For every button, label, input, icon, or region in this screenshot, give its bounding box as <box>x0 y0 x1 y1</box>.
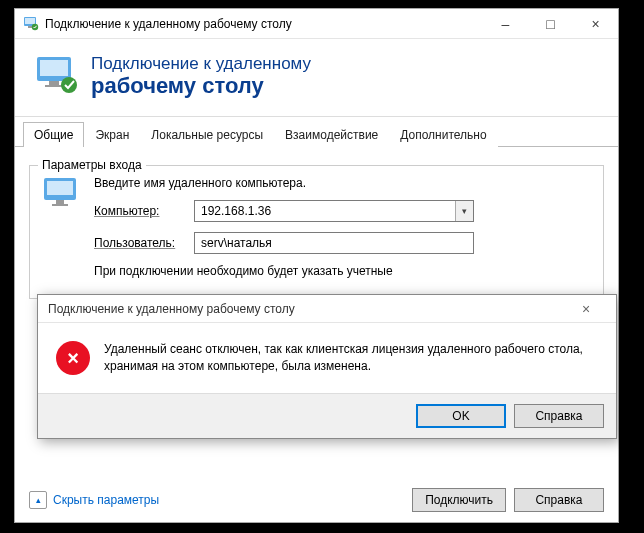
hide-options-toggle[interactable]: ▴ Скрыть параметры <box>29 491 159 509</box>
monitor-icon <box>42 176 82 278</box>
dialog-actions: OK Справка <box>38 393 616 438</box>
user-row: Пользователь: <box>94 232 591 254</box>
error-dialog: Подключение к удаленному рабочему столу … <box>37 294 617 439</box>
rdp-window: Подключение к удаленному рабочему столу … <box>14 8 619 523</box>
svg-rect-10 <box>47 181 73 195</box>
computer-input[interactable] <box>195 201 455 221</box>
svg-rect-1 <box>25 18 35 24</box>
close-button[interactable]: × <box>573 9 618 38</box>
login-instruction: Введите имя удаленного компьютера. <box>94 176 591 190</box>
dialog-titlebar: Подключение к удаленному рабочему столу … <box>38 295 616 323</box>
window-controls: – □ × <box>483 9 618 38</box>
user-label: Пользователь: <box>94 236 184 250</box>
header: Подключение к удаленному рабочему столу <box>15 39 618 117</box>
dialog-help-button[interactable]: Справка <box>514 404 604 428</box>
tab-general[interactable]: Общие <box>23 122 84 147</box>
svg-rect-6 <box>49 81 59 85</box>
dialog-title: Подключение к удаленному рабочему столу <box>48 302 566 316</box>
svg-rect-2 <box>28 26 32 28</box>
tabs: Общие Экран Локальные ресурсы Взаимодейс… <box>15 121 618 147</box>
maximize-button[interactable]: □ <box>528 9 573 38</box>
computer-combo[interactable]: ▾ <box>194 200 474 222</box>
minimize-button[interactable]: – <box>483 9 528 38</box>
app-icon <box>23 16 39 32</box>
credentials-note: При подключении необходимо будет указать… <box>94 264 591 278</box>
help-button[interactable]: Справка <box>514 488 604 512</box>
chevron-up-icon: ▴ <box>29 491 47 509</box>
login-group: Параметры входа Введите имя удаленного к… <box>29 165 604 299</box>
header-line1: Подключение к удаленному <box>91 54 311 74</box>
tab-content: Параметры входа Введите имя удаленного к… <box>15 147 618 311</box>
tab-experience[interactable]: Взаимодействие <box>274 122 389 147</box>
rdp-hero-icon <box>35 53 79 100</box>
header-text: Подключение к удаленному рабочему столу <box>91 54 311 98</box>
svg-point-8 <box>61 77 77 93</box>
tab-advanced[interactable]: Дополнительно <box>389 122 497 147</box>
tab-local-resources[interactable]: Локальные ресурсы <box>140 122 274 147</box>
svg-rect-7 <box>45 85 63 87</box>
tab-display[interactable]: Экран <box>84 122 140 147</box>
window-title: Подключение к удаленному рабочему столу <box>45 17 483 31</box>
svg-rect-5 <box>40 60 68 76</box>
titlebar: Подключение к удаленному рабочему столу … <box>15 9 618 39</box>
svg-rect-12 <box>52 204 68 206</box>
dialog-message: Удаленный сеанс отключен, так как клиент… <box>104 341 598 375</box>
computer-row: Компьютер: ▾ <box>94 200 591 222</box>
hide-options-label: Скрыть параметры <box>53 493 159 507</box>
svg-rect-11 <box>56 200 64 204</box>
connect-button[interactable]: Подключить <box>412 488 506 512</box>
user-input[interactable] <box>194 232 474 254</box>
dialog-body: × Удаленный сеанс отключен, так как клие… <box>38 323 616 393</box>
login-group-title: Параметры входа <box>38 158 146 172</box>
dialog-close-button[interactable]: × <box>566 301 606 317</box>
chevron-down-icon[interactable]: ▾ <box>455 201 473 221</box>
footer: ▴ Скрыть параметры Подключить Справка <box>29 488 604 512</box>
ok-button[interactable]: OK <box>416 404 506 428</box>
computer-label: Компьютер: <box>94 204 184 218</box>
error-icon: × <box>56 341 90 375</box>
header-line2: рабочему столу <box>91 74 311 98</box>
